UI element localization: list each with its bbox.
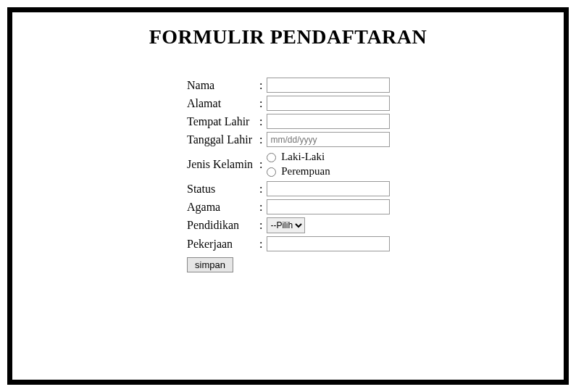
- tempat-lahir-input[interactable]: [267, 114, 390, 129]
- radio-perempuan-wrapper[interactable]: Perempuan: [267, 165, 330, 177]
- form-frame: FORMULIR PENDAFTARAN Nama : Alamat : Tem…: [7, 7, 569, 385]
- row-pekerjaan: Pekerjaan :: [185, 235, 392, 253]
- colon: :: [257, 198, 264, 216]
- row-pendidikan: Pendidikan : --Pilih: [185, 216, 392, 235]
- row-nama: Nama :: [185, 76, 392, 94]
- row-alamat: Alamat :: [185, 94, 392, 112]
- simpan-button[interactable]: simpan: [187, 257, 233, 272]
- radio-laki-laki[interactable]: [267, 153, 276, 162]
- label-status: Status: [185, 180, 257, 198]
- status-input[interactable]: [267, 181, 390, 196]
- page-title: FORMULIR PENDAFTARAN: [12, 25, 564, 49]
- colon: :: [257, 149, 264, 180]
- colon: :: [257, 76, 264, 94]
- label-pendidikan: Pendidikan: [185, 216, 257, 235]
- row-tempat-lahir: Tempat Lahir :: [185, 112, 392, 130]
- colon: :: [257, 235, 264, 253]
- radio-perempuan-label: Perempuan: [281, 165, 330, 177]
- pendidikan-select[interactable]: --Pilih: [267, 217, 305, 233]
- label-jenis-kelamin: Jenis Kelamin: [185, 149, 257, 180]
- tanggal-lahir-input[interactable]: [267, 132, 390, 147]
- colon: :: [257, 112, 264, 130]
- colon: :: [257, 216, 264, 235]
- radio-laki-laki-wrapper[interactable]: Laki-Laki: [267, 151, 325, 162]
- label-agama: Agama: [185, 198, 257, 216]
- row-jenis-kelamin: Jenis Kelamin : Laki-Laki Perempuan: [185, 149, 392, 180]
- row-submit: simpan: [185, 253, 392, 274]
- row-tanggal-lahir: Tanggal Lahir :: [185, 130, 392, 149]
- row-status: Status :: [185, 180, 392, 198]
- label-alamat: Alamat: [185, 94, 257, 112]
- colon: :: [257, 180, 264, 198]
- nama-input[interactable]: [267, 78, 390, 93]
- jenis-kelamin-group: Laki-Laki Perempuan: [267, 150, 390, 178]
- registration-form: Nama : Alamat : Tempat Lahir : Tanggal L…: [185, 76, 564, 274]
- label-tanggal-lahir: Tanggal Lahir: [185, 130, 257, 149]
- label-tempat-lahir: Tempat Lahir: [185, 112, 257, 130]
- radio-laki-laki-label: Laki-Laki: [281, 151, 325, 162]
- pekerjaan-input[interactable]: [267, 236, 390, 251]
- colon: :: [257, 130, 264, 149]
- agama-input[interactable]: [267, 199, 390, 214]
- label-nama: Nama: [185, 76, 257, 94]
- alamat-input[interactable]: [267, 96, 390, 111]
- label-pekerjaan: Pekerjaan: [185, 235, 257, 253]
- row-agama: Agama :: [185, 198, 392, 216]
- radio-perempuan[interactable]: [267, 167, 276, 177]
- colon: :: [257, 94, 264, 112]
